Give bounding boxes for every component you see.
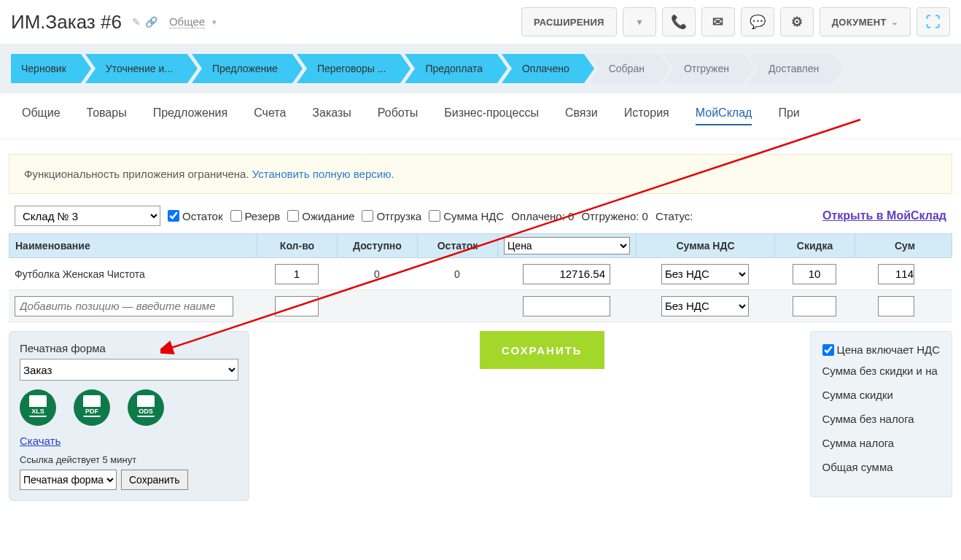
col-remainder: Остаток — [418, 234, 498, 257]
totals-row: Сумма без скидки и на — [822, 365, 940, 377]
general-dropdown[interactable]: Общее — [169, 15, 205, 28]
waiting-checkbox[interactable]: Ожидание — [287, 210, 354, 222]
col-sum: Сум — [855, 234, 921, 257]
save-form-button[interactable]: Сохранить — [121, 470, 188, 490]
pipeline-stage[interactable]: Собран — [588, 54, 659, 83]
add-item-input[interactable] — [15, 296, 233, 316]
edit-icon[interactable]: ✎ — [132, 16, 141, 28]
tab[interactable]: Товары — [87, 106, 127, 125]
add-qty-input[interactable] — [275, 296, 319, 316]
tab[interactable]: Счета — [254, 106, 286, 125]
pipeline: ЧерновикУточнение и...ПредложениеПерегов… — [0, 44, 961, 93]
add-discount-input[interactable] — [793, 296, 836, 316]
add-row: Без НДС — [9, 290, 952, 322]
totals-panel: Цена включает НДС Сумма без скидки и наС… — [810, 331, 952, 497]
shipped-status: Отгружено: 0 — [581, 210, 648, 222]
open-in-moysklad-link[interactable]: Открыть в МойСклад — [822, 209, 946, 222]
remainder-cell: 0 — [417, 258, 497, 289]
tab[interactable]: МойСклад — [696, 106, 752, 125]
print-form-title: Печатная форма — [20, 342, 238, 354]
vat-sum-checkbox[interactable]: Сумма НДС — [429, 210, 504, 222]
save-button[interactable]: СОХРАНИТЬ — [480, 331, 604, 369]
tab[interactable]: Предложения — [153, 106, 228, 125]
sum-input[interactable] — [878, 264, 914, 284]
tab[interactable]: При — [778, 106, 799, 125]
email-icon[interactable]: ✉ — [701, 7, 735, 36]
totals-row: Сумма скидки — [822, 389, 940, 401]
print-form-select[interactable]: Заказ — [20, 359, 238, 381]
link-duration: Ссылка действует 5 минут — [20, 454, 238, 465]
extensions-dropdown[interactable]: ▾ — [623, 7, 656, 36]
document-button[interactable]: ДОКУМЕНТ⌄ — [820, 7, 911, 36]
tab[interactable]: Роботы — [378, 106, 418, 125]
tab[interactable]: История — [624, 106, 669, 125]
install-full-link[interactable]: Установить полную версию. — [252, 168, 394, 180]
tabs: ОбщиеТоварыПредложенияСчетаЗаказыРоботыБ… — [0, 93, 961, 139]
paid-status: Оплачено: 0 — [511, 210, 574, 222]
discount-input[interactable] — [793, 264, 836, 284]
expand-icon[interactable]: ⛶ — [917, 7, 950, 36]
save-form-select[interactable]: Печатная форма — [20, 470, 117, 490]
vat-select[interactable]: Без НДС — [661, 264, 749, 284]
pipeline-stage[interactable]: Переговоры ... — [297, 54, 400, 83]
chat-icon[interactable]: 💬 — [741, 7, 774, 36]
pdf-icon[interactable]: PDF — [74, 389, 110, 426]
add-price-input[interactable] — [523, 296, 610, 316]
status-label: Статус: — [655, 210, 693, 222]
totals-row: Общая сумма — [822, 461, 940, 473]
gear-icon[interactable]: ⚙ — [780, 7, 814, 36]
col-available: Доступно — [338, 234, 418, 257]
warning-text: Функциональность приложения ограничена. — [24, 168, 252, 180]
price-includes-vat-checkbox[interactable]: Цена включает НДС — [822, 343, 940, 356]
pipeline-stage[interactable]: Оплачено — [502, 54, 584, 83]
warning-banner: Функциональность приложения ограничена. … — [9, 154, 952, 194]
extensions-button[interactable]: РАСШИРЕНИЯ — [521, 7, 617, 36]
col-vat: Сумма НДС — [637, 234, 775, 257]
xls-icon[interactable]: XLS — [20, 389, 56, 426]
download-link[interactable]: Скачать — [20, 435, 61, 447]
page-title: ИМ.Заказ #6 — [11, 11, 122, 34]
remainder-checkbox[interactable]: Остаток — [168, 210, 223, 222]
tab[interactable]: Общие — [22, 106, 61, 125]
warehouse-select[interactable]: Склад № 3 — [15, 206, 160, 226]
pipeline-stage[interactable]: Черновик — [11, 54, 81, 83]
ods-icon[interactable]: ODS — [128, 389, 164, 426]
pipeline-stage[interactable]: Отгружен — [664, 54, 744, 83]
qty-input[interactable] — [275, 264, 319, 284]
pipeline-stage[interactable]: Уточнение и... — [85, 54, 187, 83]
col-name: Наименование — [9, 234, 257, 257]
reserve-checkbox[interactable]: Резерв — [230, 210, 281, 222]
price-input[interactable] — [523, 264, 610, 284]
totals-row: Сумма без налога — [822, 413, 940, 425]
phone-icon[interactable]: 📞 — [662, 7, 696, 36]
tab[interactable]: Связи — [565, 106, 598, 125]
link-icon[interactable]: 🔗 — [145, 16, 157, 28]
pipeline-stage[interactable]: Предложение — [192, 54, 292, 83]
shipment-checkbox[interactable]: Отгрузка — [362, 210, 421, 222]
print-panel: Печатная форма Заказ XLS PDF ODS Скачать… — [9, 331, 249, 501]
available-cell: 0 — [337, 258, 417, 289]
tab[interactable]: Бизнес-процессы — [444, 106, 539, 125]
chevron-down-icon: ▾ — [212, 18, 217, 27]
totals-row: Сумма налога — [822, 437, 940, 449]
tab[interactable]: Заказы — [312, 106, 351, 125]
col-discount: Скидка — [775, 234, 855, 257]
row-name: Футболка Женская Чистота — [9, 258, 257, 289]
add-sum-input[interactable] — [878, 296, 914, 316]
pipeline-stage[interactable]: Предоплата — [405, 54, 497, 83]
pipeline-stage[interactable]: Доставлен — [748, 54, 833, 83]
add-vat-select[interactable]: Без НДС — [661, 296, 749, 316]
col-qty: Кол-во — [257, 234, 338, 257]
col-price[interactable]: Цена — [498, 234, 637, 257]
table-row: Футболка Женская Чистота 0 0 Без НДС — [9, 258, 952, 290]
